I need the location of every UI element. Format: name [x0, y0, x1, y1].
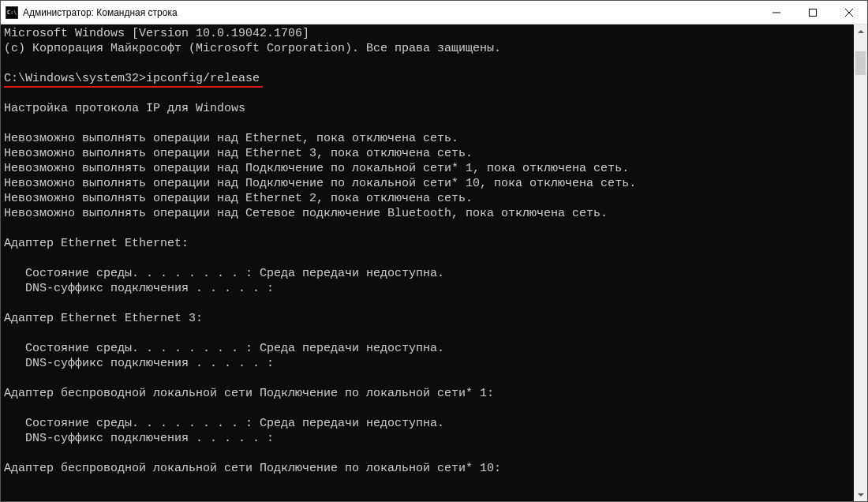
maximize-button[interactable]: [795, 1, 831, 24]
scrollbar-track[interactable]: [854, 38, 867, 488]
output-line: Состояние среды. . . . . . . . : Среда п…: [4, 342, 444, 355]
prompt-text: C:\Windows\system32>: [4, 72, 146, 85]
adapter-heading: Адаптер Ethernet Ethernet:: [4, 237, 189, 250]
output-line: Невозможно выполнять операции над Ethern…: [4, 132, 458, 145]
scrollbar-down-button[interactable]: [854, 488, 867, 501]
console-container: Microsoft Windows [Version 10.0.19042.17…: [1, 24, 867, 501]
window-title: Администратор: Командная строка: [23, 7, 758, 18]
scrollbar-thumb[interactable]: [855, 51, 866, 75]
output-line: Настройка протокола IP для Windows: [4, 102, 245, 115]
chevron-up-icon: [858, 30, 864, 33]
scrollbar-up-button[interactable]: [854, 24, 867, 38]
adapter-heading: Адаптер Ethernet Ethernet 3:: [4, 312, 203, 325]
chevron-down-icon: [858, 493, 864, 496]
vertical-scrollbar[interactable]: [854, 24, 867, 501]
output-line: DNS-суффикс подключения . . . . . :: [4, 432, 274, 445]
command-line: C:\Windows\system32>ipconfig/release: [4, 71, 260, 86]
minimize-button[interactable]: [758, 1, 795, 24]
output-line: DNS-суффикс подключения . . . . . :: [4, 357, 274, 370]
output-line: Невозможно выполнять операции над Ethern…: [4, 192, 473, 205]
red-underline-annotation: [4, 86, 263, 88]
minimize-icon: [773, 9, 780, 17]
adapter-heading: Адаптер беспроводной локальной сети Подк…: [4, 387, 494, 400]
output-line: DNS-суффикс подключения . . . . . :: [4, 282, 274, 295]
output-line: Состояние среды. . . . . . . . : Среда п…: [4, 417, 444, 430]
output-line: (c) Корпорация Майкрософт (Microsoft Cor…: [4, 42, 501, 55]
output-line: Невозможно выполнять операции над Ethern…: [4, 147, 473, 160]
window-frame: C:\ Администратор: Командная строка Micr…: [0, 0, 868, 502]
close-button[interactable]: [831, 1, 867, 24]
entered-command: ipconfig/release: [146, 72, 260, 85]
console-output[interactable]: Microsoft Windows [Version 10.0.19042.17…: [1, 24, 854, 501]
maximize-icon: [809, 9, 817, 17]
close-icon: [845, 9, 853, 17]
svg-rect-1: [810, 9, 817, 16]
output-line: Невозможно выполнять операции над Подклю…: [4, 162, 629, 175]
cmd-icon: C:\: [6, 6, 18, 19]
adapter-heading: Адаптер беспроводной локальной сети Подк…: [4, 462, 501, 475]
output-line: Невозможно выполнять операции над Подклю…: [4, 177, 636, 190]
window-controls: [758, 1, 867, 24]
output-line: Состояние среды. . . . . . . . : Среда п…: [4, 267, 444, 280]
output-line: Невозможно выполнять операции над Сетево…: [4, 207, 608, 220]
titlebar[interactable]: C:\ Администратор: Командная строка: [1, 1, 867, 24]
output-line: Microsoft Windows [Version 10.0.19042.17…: [4, 27, 309, 40]
